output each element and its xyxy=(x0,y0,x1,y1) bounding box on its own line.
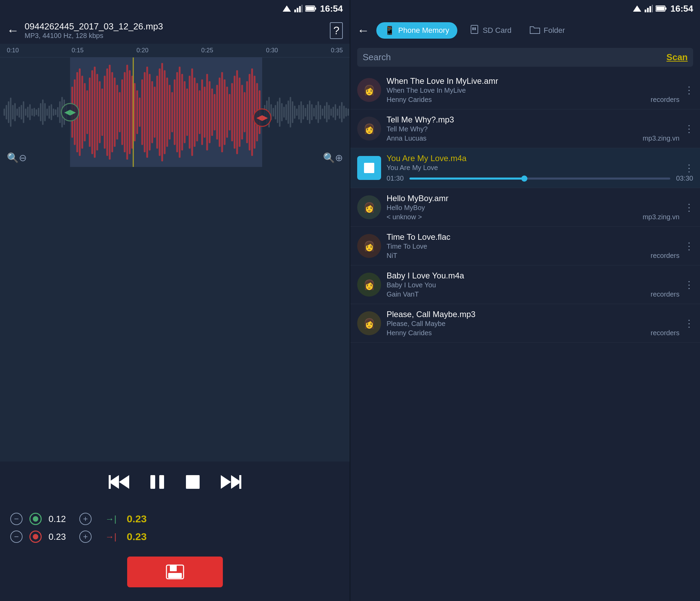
zoom-in-button[interactable]: 🔍⊕ xyxy=(323,152,343,164)
music-title-4: Hello MyBoy.amr xyxy=(387,194,693,203)
svg-rect-121 xyxy=(279,97,280,127)
svg-rect-16 xyxy=(21,105,22,120)
svg-rect-22 xyxy=(33,108,35,117)
marker1-plus-button[interactable]: + xyxy=(79,513,92,525)
svg-rect-26 xyxy=(42,100,43,125)
svg-rect-23 xyxy=(36,109,37,115)
marker2-minus-button[interactable]: − xyxy=(10,531,23,543)
scan-button[interactable]: Scan xyxy=(667,52,688,63)
svg-rect-125 xyxy=(287,101,289,124)
music-avatar-5: 👩 xyxy=(357,234,381,258)
left-back-button[interactable]: ← xyxy=(7,23,19,38)
end-handle-icon: ◀▶ xyxy=(256,113,268,122)
music-item-5[interactable]: 👩 Time To Love.flac Time To Love NiT rec… xyxy=(350,227,700,265)
music-item-7[interactable]: 👩 Please, Call Maybe.mp3 Please, Call Ma… xyxy=(350,304,700,343)
battery-icon xyxy=(305,5,317,12)
marker2-plus-button[interactable]: + xyxy=(79,531,92,543)
svg-rect-139 xyxy=(318,101,319,123)
marker-row-2: − 0.23 + →| 0.23 xyxy=(10,531,339,543)
left-status-bar: 16:54 xyxy=(0,0,350,17)
music-meta-1: Henny Carides recorders xyxy=(387,96,693,104)
marker2-arrow: →| xyxy=(105,532,117,542)
svg-rect-177 xyxy=(474,27,476,30)
music-title-5: Time To Love.flac xyxy=(387,232,693,242)
right-back-button[interactable]: ← xyxy=(357,23,369,38)
svg-rect-27 xyxy=(44,103,45,121)
music-item-1[interactable]: 👩 When The Love In MyLive.amr When The L… xyxy=(350,71,700,109)
tab-sd-card[interactable]: SD Card xyxy=(464,21,517,40)
stop-icon xyxy=(185,473,200,491)
more-button-7[interactable]: ⋮ xyxy=(682,315,697,332)
more-button-3[interactable]: ⋮ xyxy=(682,160,697,177)
music-item-3[interactable]: You Are My Love.m4a You Are My Love 01:3… xyxy=(350,148,700,188)
search-bar[interactable]: Search Scan xyxy=(357,48,693,67)
waveform-area[interactable]: ◀▶ ◀▶ 🔍⊖ 🔍⊕ xyxy=(0,57,350,167)
svg-rect-142 xyxy=(324,106,325,119)
timeline-mark-2: 0:20 xyxy=(136,47,148,54)
marker-row-1: − 0.12 + →| 0.23 xyxy=(10,513,339,525)
folder-icon xyxy=(529,25,540,36)
save-button[interactable] xyxy=(127,557,223,587)
svg-rect-163 xyxy=(239,475,241,489)
svg-rect-124 xyxy=(285,104,287,120)
marker1-time: 0.23 xyxy=(127,513,147,525)
marker1-dot[interactable] xyxy=(29,513,42,525)
svg-rect-173 xyxy=(665,8,667,10)
start-handle[interactable]: ◀▶ xyxy=(61,103,79,121)
timeline-mark-1: 0:15 xyxy=(72,47,84,54)
more-button-6[interactable]: ⋮ xyxy=(682,276,697,293)
music-subtitle-3: You Are My Love xyxy=(387,164,693,172)
progress-bar[interactable] xyxy=(409,178,670,180)
music-item-4[interactable]: 👩 Hello MyBoy.amr Hello MyBoy < unknow >… xyxy=(350,188,700,227)
progress-thumb xyxy=(521,175,527,182)
music-title-1: When The Love In MyLive.amr xyxy=(387,76,693,86)
svg-rect-7 xyxy=(306,6,314,11)
more-button-4[interactable]: ⋮ xyxy=(682,199,697,216)
sd-card-icon xyxy=(470,25,479,36)
pause-button[interactable] xyxy=(150,473,165,494)
left-header-title: 0944262445_2017_03_12_26.mp3 xyxy=(25,21,324,32)
marker1-minus-button[interactable]: − xyxy=(10,513,23,525)
left-header: ← 0944262445_2017_03_12_26.mp3 MP3, 4410… xyxy=(0,17,350,44)
music-avatar-2: 👩 xyxy=(357,117,381,141)
music-item-6[interactable]: 👩 Baby I Love You.m4a Baby I Love You Ga… xyxy=(350,265,700,304)
svg-rect-170 xyxy=(649,6,651,12)
right-status-bar: 16:54 xyxy=(350,0,700,17)
svg-rect-122 xyxy=(281,103,283,121)
music-avatar-4: 👩 xyxy=(357,195,381,219)
more-button-1[interactable]: ⋮ xyxy=(682,82,697,99)
svg-rect-18 xyxy=(25,108,26,116)
music-meta-2: Anna Lucuas mp3.zing.vn xyxy=(387,134,693,142)
svg-rect-119 xyxy=(275,105,276,120)
progress-current-time: 01:30 xyxy=(387,174,405,182)
rewind-button[interactable] xyxy=(109,473,129,494)
svg-rect-150 xyxy=(341,102,342,122)
music-info-7: Please, Call Maybe.mp3 Please, Call Mayb… xyxy=(387,310,693,337)
more-button-2[interactable]: ⋮ xyxy=(682,120,697,137)
music-source-2: mp3.zing.vn xyxy=(643,134,679,142)
edit-markers: − 0.12 + →| 0.23 − 0.23 + →| 0.23 xyxy=(0,506,350,550)
tab-sd-card-label: SD Card xyxy=(483,26,511,35)
svg-rect-148 xyxy=(337,108,338,116)
end-handle[interactable]: ◀▶ xyxy=(253,108,271,127)
svg-rect-140 xyxy=(320,105,321,120)
music-item-2[interactable]: 👩 Tell Me Why?.mp3 Tell Me Why? Anna Luc… xyxy=(350,109,700,148)
tab-phone-memory[interactable]: 📱 Phone Memory xyxy=(376,22,457,39)
stop-icon xyxy=(364,163,374,173)
music-artist-6: Gain VanT xyxy=(387,290,419,298)
music-title-6: Baby I Love You.m4a xyxy=(387,271,693,280)
more-button-5[interactable]: ⋮ xyxy=(682,238,697,254)
stop-button[interactable] xyxy=(185,473,200,494)
fast-forward-button[interactable] xyxy=(221,473,241,494)
svg-rect-147 xyxy=(335,104,336,120)
music-artist-4: < unknow > xyxy=(387,213,422,221)
music-list: 👩 When The Love In MyLive.amr When The L… xyxy=(350,71,700,601)
svg-rect-133 xyxy=(305,108,306,117)
marker2-dot[interactable] xyxy=(29,531,42,543)
svg-rect-1 xyxy=(294,10,296,12)
marker2-value: 0.23 xyxy=(49,532,72,542)
left-header-icon[interactable]: ? xyxy=(330,22,343,39)
zoom-out-button[interactable]: 🔍⊖ xyxy=(7,152,27,164)
tab-folder[interactable]: Folder xyxy=(524,21,570,40)
svg-rect-118 xyxy=(273,108,274,117)
